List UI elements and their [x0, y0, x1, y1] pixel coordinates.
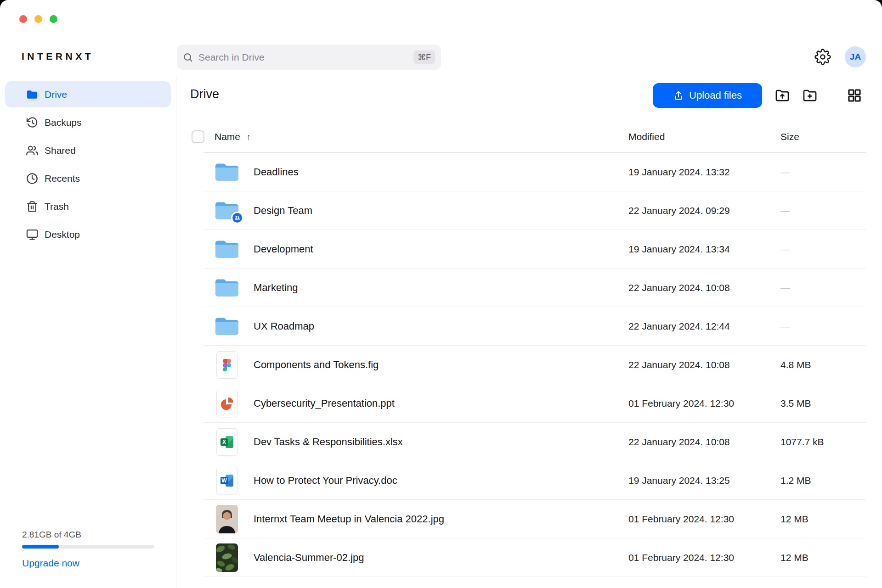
file-size: 3.5 MB: [780, 398, 811, 409]
word-file-icon: [216, 467, 237, 494]
folder-icon: [215, 239, 239, 259]
sidebar-item-label: Desktop: [45, 229, 80, 240]
sidebar-item-recents[interactable]: Recents: [5, 165, 171, 191]
new-folder-button[interactable]: [801, 87, 819, 104]
file-size: —: [780, 167, 790, 178]
sidebar-item-desktop[interactable]: Desktop: [5, 221, 171, 247]
history-icon: [25, 116, 39, 129]
users-icon: [25, 144, 39, 157]
desktop-icon: [25, 228, 39, 241]
file-name: Development: [254, 243, 313, 255]
trash-icon: [25, 200, 39, 213]
file-row[interactable]: How to Protect Your Privacy.doc 19 Janua…: [176, 461, 882, 500]
shared-users-icon: [234, 214, 241, 221]
file-row[interactable]: Cybersecurity_Presentation.ppt 01 Februa…: [176, 384, 882, 423]
sort-ascending-icon: ↑: [246, 132, 251, 142]
file-size: —: [780, 282, 790, 293]
file-row[interactable]: Valencia-Summer-02.jpg 01 February 2024.…: [176, 538, 882, 577]
column-header-modified[interactable]: Modified: [628, 131, 665, 142]
file-name: Dev Tasks & Responsibilities.xlsx: [254, 436, 403, 448]
file-row[interactable]: Marketing 22 January 2024. 10:08 —: [176, 269, 882, 307]
powerpoint-file-icon: [216, 390, 237, 417]
file-row[interactable]: Development 19 January 2024. 13:34 —: [176, 230, 882, 269]
sidebar-item-backups[interactable]: Backups: [5, 109, 171, 135]
file-row[interactable]: Deadlines 19 January 2024. 13:32 —: [176, 153, 882, 191]
search-input[interactable]: Search in Drive ⌘F: [177, 45, 441, 70]
file-modified: 22 January 2024. 12:44: [628, 321, 730, 332]
file-list: Deadlines 19 January 2024. 13:32 — Desig…: [176, 153, 882, 577]
column-name-label: Name: [215, 131, 240, 142]
file-row[interactable]: UX Roadmap 22 January 2024. 12:44 —: [176, 307, 882, 346]
sidebar-item-trash[interactable]: Trash: [5, 193, 171, 219]
file-modified: 22 January 2024. 10:08: [628, 437, 730, 448]
sidebar: Drive Backups Shared Recents Trash Deskt…: [0, 76, 176, 588]
sidebar-item-drive[interactable]: Drive: [5, 81, 171, 107]
file-modified: 22 January 2024. 10:08: [628, 282, 730, 293]
folder-icon: [215, 162, 239, 182]
sidebar-item-label: Drive: [45, 89, 67, 100]
file-name: Internxt Team Meetup in Valencia 2022.jp…: [254, 513, 444, 525]
file-name: UX Roadmap: [254, 320, 314, 332]
file-size: —: [780, 205, 790, 216]
file-size: 12 MB: [780, 514, 808, 525]
avatar[interactable]: JA: [845, 46, 866, 67]
storage-widget: 2.81GB of 4GB Upgrade now: [22, 530, 154, 569]
file-row[interactable]: Internxt Team Meetup in Valencia 2022.jp…: [176, 500, 882, 538]
upload-icon: [673, 90, 684, 101]
folder-plus-icon: [802, 88, 818, 103]
sidebar-item-shared[interactable]: Shared: [5, 137, 171, 163]
file-size: 1077.7 kB: [780, 437, 824, 448]
file-modified: 22 January 2024. 10:08: [628, 359, 730, 370]
file-size: 12 MB: [780, 552, 808, 563]
search-shortcut-badge: ⌘F: [413, 50, 435, 64]
file-name: How to Protect Your Privacy.doc: [254, 475, 397, 487]
file-size: 1.2 MB: [780, 475, 811, 486]
gear-icon: [814, 49, 831, 65]
column-header-size[interactable]: Size: [780, 131, 799, 142]
figma-file-icon: [216, 351, 237, 379]
excel-file-icon: [216, 428, 237, 456]
file-modified: 19 January 2024. 13:25: [628, 475, 730, 486]
sidebar-item-label: Recents: [45, 173, 80, 184]
file-name: Valencia-Summer-02.jpg: [254, 552, 364, 564]
file-size: —: [780, 321, 790, 332]
shared-folder-badge: [231, 212, 243, 224]
photo-thumbnail: [216, 543, 238, 572]
toolbar-divider: [834, 86, 834, 105]
grid-view-icon: [847, 88, 862, 103]
storage-usage-text: 2.81GB of 4GB: [22, 530, 154, 540]
grid-view-button[interactable]: [846, 87, 863, 104]
file-name: Deadlines: [254, 166, 299, 178]
column-header-name[interactable]: Name ↑: [215, 131, 251, 142]
settings-button[interactable]: [813, 47, 832, 67]
upload-folder-button[interactable]: [774, 87, 791, 104]
folder-icon: [25, 88, 39, 101]
zoom-window-button[interactable]: [50, 15, 57, 23]
file-modified: 01 February 2024. 12:30: [628, 552, 734, 563]
storage-progress-fill: [22, 545, 59, 549]
page-title: Drive: [190, 87, 219, 101]
table-header: Name ↑ Modified Size: [176, 121, 882, 153]
search-placeholder: Search in Drive: [198, 52, 413, 63]
photo-thumbnail: [216, 505, 238, 533]
upload-files-label: Upload files: [689, 90, 742, 101]
file-row[interactable]: Design Team 22 January 2024. 09:29 —: [176, 191, 882, 230]
upgrade-now-link[interactable]: Upgrade now: [22, 558, 154, 569]
folder-icon: [215, 278, 239, 298]
storage-progress-bar: [22, 545, 154, 549]
upload-files-button[interactable]: Upload files: [653, 83, 762, 108]
minimize-window-button[interactable]: [34, 15, 42, 23]
select-all-checkbox[interactable]: [192, 130, 204, 143]
sidebar-item-label: Trash: [45, 201, 69, 212]
file-modified: 19 January 2024. 13:32: [628, 167, 730, 178]
file-name: Components and Tokens.fig: [254, 359, 379, 371]
file-modified: 22 January 2024. 09:29: [628, 205, 730, 216]
close-window-button[interactable]: [19, 15, 27, 23]
file-modified: 19 January 2024. 13:34: [628, 244, 730, 255]
file-row[interactable]: Dev Tasks & Responsibilities.xlsx 22 Jan…: [176, 423, 882, 461]
file-name: Design Team: [254, 205, 312, 217]
sidebar-item-label: Shared: [45, 145, 76, 156]
window-controls: [19, 15, 57, 23]
clock-icon: [25, 172, 39, 185]
file-row[interactable]: Components and Tokens.fig 22 January 202…: [176, 346, 882, 384]
